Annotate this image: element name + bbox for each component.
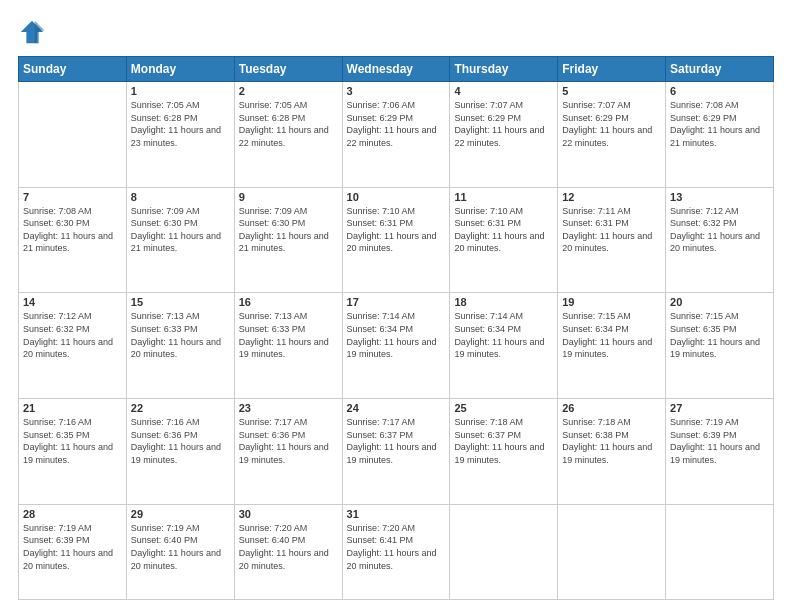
cell-info: Sunrise: 7:07 AMSunset: 6:29 PMDaylight:… bbox=[562, 99, 661, 149]
calendar-cell: 5Sunrise: 7:07 AMSunset: 6:29 PMDaylight… bbox=[558, 82, 666, 188]
day-number: 5 bbox=[562, 85, 661, 97]
calendar-cell: 19Sunrise: 7:15 AMSunset: 6:34 PMDayligh… bbox=[558, 293, 666, 399]
cell-info: Sunrise: 7:12 AMSunset: 6:32 PMDaylight:… bbox=[670, 205, 769, 255]
calendar-cell: 18Sunrise: 7:14 AMSunset: 6:34 PMDayligh… bbox=[450, 293, 558, 399]
day-number: 8 bbox=[131, 191, 230, 203]
day-number: 1 bbox=[131, 85, 230, 97]
calendar-cell: 21Sunrise: 7:16 AMSunset: 6:35 PMDayligh… bbox=[19, 399, 127, 505]
day-number: 16 bbox=[239, 296, 338, 308]
cell-info: Sunrise: 7:05 AMSunset: 6:28 PMDaylight:… bbox=[239, 99, 338, 149]
cell-info: Sunrise: 7:14 AMSunset: 6:34 PMDaylight:… bbox=[454, 310, 553, 360]
logo bbox=[18, 18, 50, 46]
cell-info: Sunrise: 7:16 AMSunset: 6:36 PMDaylight:… bbox=[131, 416, 230, 466]
calendar-cell: 25Sunrise: 7:18 AMSunset: 6:37 PMDayligh… bbox=[450, 399, 558, 505]
logo-icon bbox=[18, 18, 46, 46]
day-number: 18 bbox=[454, 296, 553, 308]
svg-marker-0 bbox=[21, 21, 43, 43]
day-number: 21 bbox=[23, 402, 122, 414]
calendar-cell bbox=[666, 504, 774, 599]
cell-info: Sunrise: 7:20 AMSunset: 6:40 PMDaylight:… bbox=[239, 522, 338, 572]
cell-info: Sunrise: 7:16 AMSunset: 6:35 PMDaylight:… bbox=[23, 416, 122, 466]
calendar-cell bbox=[19, 82, 127, 188]
calendar-week-row: 7Sunrise: 7:08 AMSunset: 6:30 PMDaylight… bbox=[19, 187, 774, 293]
calendar-cell: 12Sunrise: 7:11 AMSunset: 6:31 PMDayligh… bbox=[558, 187, 666, 293]
cell-info: Sunrise: 7:09 AMSunset: 6:30 PMDaylight:… bbox=[131, 205, 230, 255]
calendar-day-header: Thursday bbox=[450, 57, 558, 82]
day-number: 22 bbox=[131, 402, 230, 414]
calendar-cell bbox=[450, 504, 558, 599]
calendar-cell: 13Sunrise: 7:12 AMSunset: 6:32 PMDayligh… bbox=[666, 187, 774, 293]
cell-info: Sunrise: 7:13 AMSunset: 6:33 PMDaylight:… bbox=[239, 310, 338, 360]
calendar-day-header: Saturday bbox=[666, 57, 774, 82]
day-number: 30 bbox=[239, 508, 338, 520]
calendar-cell: 24Sunrise: 7:17 AMSunset: 6:37 PMDayligh… bbox=[342, 399, 450, 505]
day-number: 7 bbox=[23, 191, 122, 203]
day-number: 2 bbox=[239, 85, 338, 97]
cell-info: Sunrise: 7:19 AMSunset: 6:40 PMDaylight:… bbox=[131, 522, 230, 572]
calendar-cell: 26Sunrise: 7:18 AMSunset: 6:38 PMDayligh… bbox=[558, 399, 666, 505]
cell-info: Sunrise: 7:19 AMSunset: 6:39 PMDaylight:… bbox=[670, 416, 769, 466]
calendar-header-row: SundayMondayTuesdayWednesdayThursdayFrid… bbox=[19, 57, 774, 82]
calendar-cell: 9Sunrise: 7:09 AMSunset: 6:30 PMDaylight… bbox=[234, 187, 342, 293]
cell-info: Sunrise: 7:17 AMSunset: 6:36 PMDaylight:… bbox=[239, 416, 338, 466]
day-number: 29 bbox=[131, 508, 230, 520]
page: SundayMondayTuesdayWednesdayThursdayFrid… bbox=[0, 0, 792, 612]
calendar-cell: 8Sunrise: 7:09 AMSunset: 6:30 PMDaylight… bbox=[126, 187, 234, 293]
day-number: 24 bbox=[347, 402, 446, 414]
cell-info: Sunrise: 7:10 AMSunset: 6:31 PMDaylight:… bbox=[454, 205, 553, 255]
calendar-cell: 14Sunrise: 7:12 AMSunset: 6:32 PMDayligh… bbox=[19, 293, 127, 399]
calendar-cell: 17Sunrise: 7:14 AMSunset: 6:34 PMDayligh… bbox=[342, 293, 450, 399]
day-number: 9 bbox=[239, 191, 338, 203]
calendar-week-row: 21Sunrise: 7:16 AMSunset: 6:35 PMDayligh… bbox=[19, 399, 774, 505]
day-number: 13 bbox=[670, 191, 769, 203]
calendar-cell: 27Sunrise: 7:19 AMSunset: 6:39 PMDayligh… bbox=[666, 399, 774, 505]
calendar-week-row: 1Sunrise: 7:05 AMSunset: 6:28 PMDaylight… bbox=[19, 82, 774, 188]
day-number: 3 bbox=[347, 85, 446, 97]
day-number: 14 bbox=[23, 296, 122, 308]
cell-info: Sunrise: 7:07 AMSunset: 6:29 PMDaylight:… bbox=[454, 99, 553, 149]
calendar-day-header: Monday bbox=[126, 57, 234, 82]
calendar-cell: 10Sunrise: 7:10 AMSunset: 6:31 PMDayligh… bbox=[342, 187, 450, 293]
cell-info: Sunrise: 7:15 AMSunset: 6:35 PMDaylight:… bbox=[670, 310, 769, 360]
calendar-cell: 31Sunrise: 7:20 AMSunset: 6:41 PMDayligh… bbox=[342, 504, 450, 599]
calendar-cell: 7Sunrise: 7:08 AMSunset: 6:30 PMDaylight… bbox=[19, 187, 127, 293]
calendar-cell: 1Sunrise: 7:05 AMSunset: 6:28 PMDaylight… bbox=[126, 82, 234, 188]
cell-info: Sunrise: 7:13 AMSunset: 6:33 PMDaylight:… bbox=[131, 310, 230, 360]
calendar-day-header: Tuesday bbox=[234, 57, 342, 82]
day-number: 4 bbox=[454, 85, 553, 97]
day-number: 11 bbox=[454, 191, 553, 203]
calendar-cell: 20Sunrise: 7:15 AMSunset: 6:35 PMDayligh… bbox=[666, 293, 774, 399]
cell-info: Sunrise: 7:18 AMSunset: 6:38 PMDaylight:… bbox=[562, 416, 661, 466]
day-number: 26 bbox=[562, 402, 661, 414]
calendar-day-header: Friday bbox=[558, 57, 666, 82]
cell-info: Sunrise: 7:18 AMSunset: 6:37 PMDaylight:… bbox=[454, 416, 553, 466]
calendar-cell: 23Sunrise: 7:17 AMSunset: 6:36 PMDayligh… bbox=[234, 399, 342, 505]
day-number: 20 bbox=[670, 296, 769, 308]
cell-info: Sunrise: 7:20 AMSunset: 6:41 PMDaylight:… bbox=[347, 522, 446, 572]
cell-info: Sunrise: 7:12 AMSunset: 6:32 PMDaylight:… bbox=[23, 310, 122, 360]
calendar-cell: 15Sunrise: 7:13 AMSunset: 6:33 PMDayligh… bbox=[126, 293, 234, 399]
calendar-week-row: 28Sunrise: 7:19 AMSunset: 6:39 PMDayligh… bbox=[19, 504, 774, 599]
calendar-cell: 29Sunrise: 7:19 AMSunset: 6:40 PMDayligh… bbox=[126, 504, 234, 599]
cell-info: Sunrise: 7:09 AMSunset: 6:30 PMDaylight:… bbox=[239, 205, 338, 255]
calendar-cell: 4Sunrise: 7:07 AMSunset: 6:29 PMDaylight… bbox=[450, 82, 558, 188]
calendar-table: SundayMondayTuesdayWednesdayThursdayFrid… bbox=[18, 56, 774, 600]
cell-info: Sunrise: 7:06 AMSunset: 6:29 PMDaylight:… bbox=[347, 99, 446, 149]
cell-info: Sunrise: 7:10 AMSunset: 6:31 PMDaylight:… bbox=[347, 205, 446, 255]
calendar-cell: 16Sunrise: 7:13 AMSunset: 6:33 PMDayligh… bbox=[234, 293, 342, 399]
calendar-day-header: Wednesday bbox=[342, 57, 450, 82]
calendar-cell: 30Sunrise: 7:20 AMSunset: 6:40 PMDayligh… bbox=[234, 504, 342, 599]
day-number: 23 bbox=[239, 402, 338, 414]
calendar-cell: 22Sunrise: 7:16 AMSunset: 6:36 PMDayligh… bbox=[126, 399, 234, 505]
day-number: 6 bbox=[670, 85, 769, 97]
cell-info: Sunrise: 7:17 AMSunset: 6:37 PMDaylight:… bbox=[347, 416, 446, 466]
calendar-week-row: 14Sunrise: 7:12 AMSunset: 6:32 PMDayligh… bbox=[19, 293, 774, 399]
cell-info: Sunrise: 7:08 AMSunset: 6:29 PMDaylight:… bbox=[670, 99, 769, 149]
day-number: 12 bbox=[562, 191, 661, 203]
calendar-cell: 11Sunrise: 7:10 AMSunset: 6:31 PMDayligh… bbox=[450, 187, 558, 293]
day-number: 19 bbox=[562, 296, 661, 308]
cell-info: Sunrise: 7:05 AMSunset: 6:28 PMDaylight:… bbox=[131, 99, 230, 149]
cell-info: Sunrise: 7:15 AMSunset: 6:34 PMDaylight:… bbox=[562, 310, 661, 360]
calendar-cell: 2Sunrise: 7:05 AMSunset: 6:28 PMDaylight… bbox=[234, 82, 342, 188]
day-number: 28 bbox=[23, 508, 122, 520]
